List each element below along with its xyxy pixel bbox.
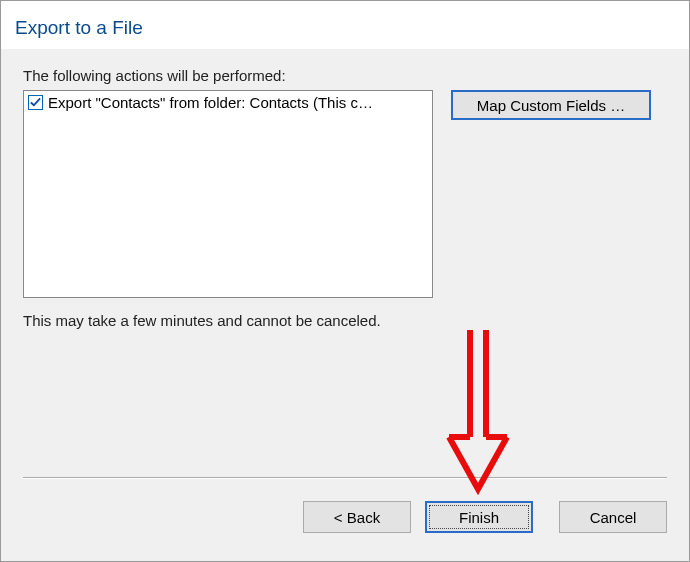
back-button[interactable]: < Back <box>303 501 411 533</box>
instruction-label: The following actions will be performed: <box>23 67 667 84</box>
dialog-footer: < Back Finish Cancel <box>1 479 689 561</box>
action-item-label: Export "Contacts" from folder: Contacts … <box>48 94 373 111</box>
finish-button[interactable]: Finish <box>425 501 533 533</box>
cancel-button[interactable]: Cancel <box>559 501 667 533</box>
dialog-body: The following actions will be performed:… <box>1 49 689 479</box>
actions-row: Export "Contacts" from folder: Contacts … <box>23 90 667 298</box>
export-wizard-dialog: Export to a File The following actions w… <box>0 0 690 562</box>
dialog-title: Export to a File <box>1 1 689 49</box>
warning-note: This may take a few minutes and cannot b… <box>23 312 667 329</box>
checkbox-icon[interactable] <box>28 95 43 110</box>
actions-listbox[interactable]: Export "Contacts" from folder: Contacts … <box>23 90 433 298</box>
map-custom-fields-button[interactable]: Map Custom Fields … <box>451 90 651 120</box>
spacer <box>23 329 667 477</box>
action-item[interactable]: Export "Contacts" from folder: Contacts … <box>26 93 430 112</box>
